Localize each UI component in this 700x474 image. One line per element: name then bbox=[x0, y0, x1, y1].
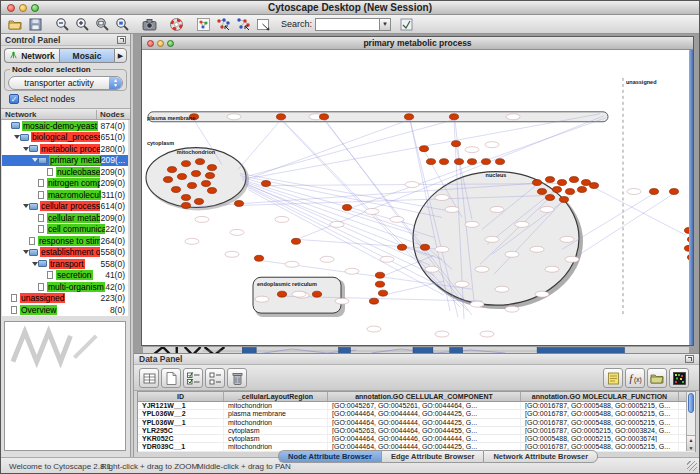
network-node[interactable] bbox=[404, 114, 413, 120]
attribute-file-icon[interactable] bbox=[603, 368, 623, 388]
heatmap-icon[interactable] bbox=[669, 368, 689, 388]
tree-item-nucleobase-[interactable]: nucleobase-209(0) bbox=[2, 166, 128, 178]
network-node[interactable] bbox=[342, 204, 351, 210]
network-node[interactable] bbox=[449, 114, 458, 120]
network-node[interactable] bbox=[319, 114, 328, 120]
zoom-selected-icon[interactable] bbox=[112, 16, 132, 33]
column-header[interactable]: annotation.GO CELLULAR_COMPONENT bbox=[328, 392, 521, 401]
network-node[interactable] bbox=[171, 187, 180, 193]
network-node[interactable] bbox=[312, 291, 321, 297]
node-label-oval[interactable] bbox=[335, 298, 349, 304]
network-node[interactable] bbox=[207, 188, 216, 194]
network-node[interactable] bbox=[559, 197, 568, 203]
tab-network-attribute-browser[interactable]: Network Attribute Browser bbox=[483, 450, 598, 463]
help-icon[interactable] bbox=[166, 16, 186, 33]
network-node[interactable] bbox=[276, 114, 285, 120]
node-label-oval[interactable] bbox=[390, 216, 404, 222]
open-file-icon[interactable] bbox=[5, 16, 25, 33]
table-row[interactable]: YPL036W__1mitochondrion[GO:0044464, GO:0… bbox=[138, 419, 695, 427]
node-label-oval[interactable] bbox=[435, 331, 449, 337]
expander-icon[interactable] bbox=[22, 250, 29, 254]
node-color-dropdown[interactable]: transporter activity ▲▼ bbox=[8, 76, 123, 90]
node-label-oval[interactable] bbox=[425, 266, 439, 272]
network-node[interactable] bbox=[577, 187, 586, 193]
tree-item-secretion[interactable]: secretion41(0) bbox=[2, 270, 128, 282]
select-mode-icon[interactable] bbox=[213, 16, 233, 33]
zoom-fit-icon[interactable] bbox=[92, 16, 112, 33]
network-node[interactable] bbox=[277, 291, 286, 297]
network-node[interactable] bbox=[167, 167, 176, 173]
edit-mode-icon[interactable] bbox=[233, 16, 253, 33]
expander-icon[interactable] bbox=[31, 262, 38, 266]
node-label-oval[interactable] bbox=[627, 189, 641, 195]
tree-item-cellular-metabo[interactable]: cellular metabo209(0) bbox=[2, 212, 128, 224]
annotation-icon[interactable] bbox=[253, 16, 273, 33]
tree-item-response-to-stimulu[interactable]: response to stimulu264(0) bbox=[2, 235, 128, 247]
create-attribute-icon[interactable] bbox=[161, 368, 181, 388]
network-node[interactable] bbox=[181, 195, 190, 201]
network-node[interactable] bbox=[194, 198, 203, 204]
node-label-oval[interactable] bbox=[435, 195, 449, 201]
node-label-oval[interactable] bbox=[475, 266, 489, 272]
minimize-icon[interactable] bbox=[157, 40, 164, 47]
node-label-oval[interactable] bbox=[495, 286, 509, 292]
network-node[interactable] bbox=[163, 177, 172, 183]
network-node[interactable] bbox=[419, 146, 428, 152]
network-node[interactable] bbox=[545, 195, 554, 201]
tree-item-metabolic-process[interactable]: metabolic process280(0) bbox=[2, 143, 128, 155]
node-label-oval[interactable] bbox=[505, 306, 519, 312]
network-node[interactable] bbox=[420, 244, 429, 250]
node-label-oval[interactable] bbox=[560, 236, 574, 242]
expander-icon[interactable] bbox=[22, 147, 29, 151]
node-label-oval[interactable] bbox=[465, 221, 479, 227]
maximize-icon[interactable] bbox=[167, 40, 174, 47]
table-row[interactable]: YJR121W__1mitochondrion[GO:0045267, GO:0… bbox=[138, 402, 695, 410]
node-label-oval[interactable] bbox=[445, 206, 459, 212]
table-row[interactable]: YLR295Ccytoplasm[GO:0045263, GO:0044464,… bbox=[138, 427, 695, 435]
node-label-oval[interactable] bbox=[380, 256, 394, 262]
scrollbar-thumb[interactable] bbox=[688, 393, 694, 413]
save-icon[interactable] bbox=[25, 16, 45, 33]
network-node[interactable] bbox=[378, 290, 387, 296]
select-attributes-icon[interactable] bbox=[183, 368, 203, 388]
node-label-oval[interactable] bbox=[320, 256, 334, 262]
zoom-in-icon[interactable] bbox=[72, 16, 92, 33]
tab-edge-attribute-browser[interactable]: Edge Attribute Browser bbox=[381, 450, 483, 463]
node-label-oval[interactable] bbox=[455, 281, 469, 287]
tree-item-multi-organism-pro[interactable]: multi-organism pro42(0) bbox=[2, 281, 128, 293]
node-label-oval[interactable] bbox=[435, 246, 449, 252]
expander-icon[interactable] bbox=[31, 158, 38, 162]
node-label-oval[interactable] bbox=[530, 246, 544, 252]
node-label-oval[interactable] bbox=[275, 216, 289, 222]
network-node[interactable] bbox=[545, 177, 554, 183]
table-row[interactable]: YPL036W__2plasma membrane[GO:0044464, GO… bbox=[138, 410, 695, 418]
search-settings-icon[interactable] bbox=[396, 16, 416, 33]
node-label-oval[interactable] bbox=[227, 114, 241, 120]
network-node[interactable] bbox=[181, 161, 190, 167]
network-node[interactable] bbox=[375, 281, 384, 287]
minimize-button[interactable] bbox=[19, 4, 27, 12]
expander-icon[interactable] bbox=[22, 204, 29, 208]
table-scrollbar[interactable]: ▲▼ bbox=[686, 392, 695, 451]
node-label-oval[interactable] bbox=[365, 208, 379, 214]
tree-item-biological-process[interactable]: biological_process651(0) bbox=[2, 132, 128, 144]
tree-item-macromolecule[interactable]: macromolecule311(0) bbox=[2, 189, 128, 201]
node-label-oval[interactable] bbox=[490, 206, 504, 212]
close-button[interactable] bbox=[7, 4, 15, 12]
network-node[interactable] bbox=[191, 171, 200, 177]
node-label-oval[interactable] bbox=[225, 251, 239, 257]
node-label-oval[interactable] bbox=[545, 266, 559, 272]
network-node[interactable] bbox=[495, 159, 504, 165]
tree-item-cellular-process[interactable]: cellular process614(0) bbox=[2, 201, 128, 213]
node-label-oval[interactable] bbox=[285, 261, 299, 267]
expander-icon[interactable] bbox=[13, 135, 20, 139]
network-node[interactable] bbox=[205, 173, 214, 179]
float-panel-icon[interactable] bbox=[685, 355, 694, 363]
tree-item-overview[interactable]: Overview8(0) bbox=[2, 304, 128, 316]
network-node[interactable] bbox=[669, 189, 678, 195]
select-nodes-checkbox[interactable]: ✓ bbox=[9, 94, 19, 104]
network-node[interactable] bbox=[187, 183, 196, 189]
node-label-oval[interactable] bbox=[506, 114, 520, 120]
network-canvas[interactable]: plasma membrane cytoplasm mitochondrion … bbox=[142, 50, 693, 345]
node-label-oval[interactable] bbox=[330, 221, 344, 227]
